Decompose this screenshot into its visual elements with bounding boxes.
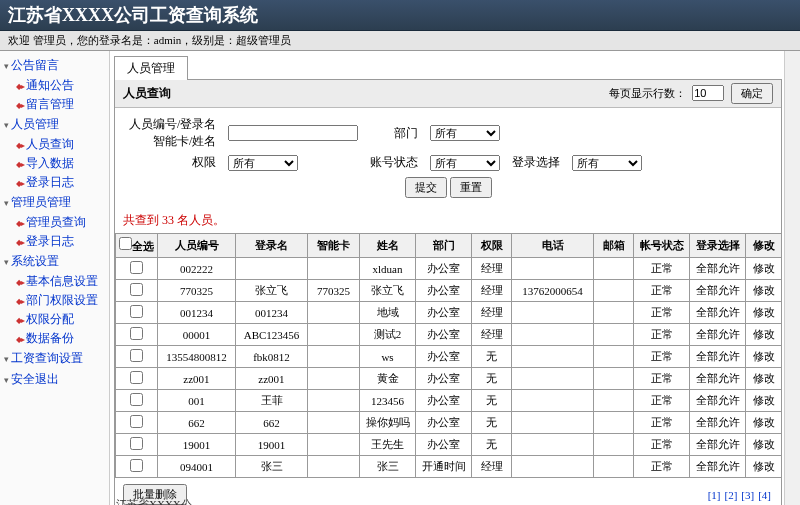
table-row: 002222xlduan办公室经理正常全部允许修改: [116, 258, 782, 280]
cell-card: [308, 346, 360, 368]
row-checkbox[interactable]: [130, 349, 143, 362]
row-checkbox[interactable]: [130, 283, 143, 296]
nav-group[interactable]: 安全退出: [2, 369, 107, 390]
nav-group[interactable]: 系统设置: [2, 251, 107, 272]
cell-perm: 经理: [472, 302, 512, 324]
nav-item[interactable]: 导入数据: [2, 154, 107, 173]
cell-edit[interactable]: 修改: [746, 302, 782, 324]
nav-group[interactable]: 公告留言: [2, 55, 107, 76]
scrollbar[interactable]: [784, 51, 800, 505]
nav-item[interactable]: 登录日志: [2, 173, 107, 192]
select-all-checkbox[interactable]: [119, 237, 132, 250]
nav-item[interactable]: 部门权限设置: [2, 291, 107, 310]
nav-group[interactable]: 人员管理: [2, 114, 107, 135]
nav-item[interactable]: 基本信息设置: [2, 272, 107, 291]
nav-item[interactable]: 人员查询: [2, 135, 107, 154]
cell-edit[interactable]: 修改: [746, 368, 782, 390]
col-edit: 修改: [746, 234, 782, 258]
row-checkbox[interactable]: [130, 437, 143, 450]
cell-loginsel: 全部允许: [690, 324, 746, 346]
row-checkbox[interactable]: [130, 393, 143, 406]
submit-button[interactable]: 提交: [405, 177, 447, 198]
cell-email: [594, 434, 634, 456]
cell-dept: 开通时间: [416, 456, 472, 478]
nav-group[interactable]: 管理员管理: [2, 192, 107, 213]
rows-per-page-label: 每页显示行数：: [609, 87, 686, 99]
cell-edit[interactable]: 修改: [746, 346, 782, 368]
table-row: 001王菲123456办公室无正常全部允许修改: [116, 390, 782, 412]
rows-per-page-input[interactable]: [692, 85, 724, 101]
loginsel-select[interactable]: 所有: [572, 155, 642, 171]
reset-button[interactable]: 重置: [450, 177, 492, 198]
cell-acct: 正常: [634, 456, 690, 478]
query-section-title: 人员查询: [123, 85, 171, 102]
cell-email: [594, 456, 634, 478]
nav-item[interactable]: 通知公告: [2, 76, 107, 95]
cell-acct: 正常: [634, 368, 690, 390]
cell-acct: 正常: [634, 434, 690, 456]
cell-name: ws: [360, 346, 416, 368]
cell-email: [594, 390, 634, 412]
rows-confirm-button[interactable]: 确定: [731, 83, 773, 104]
perm-select[interactable]: 所有: [228, 155, 298, 171]
cell-loginsel: 全部允许: [690, 456, 746, 478]
cell-perm: 无: [472, 412, 512, 434]
nav-item[interactable]: 权限分配: [2, 310, 107, 329]
cell-edit[interactable]: 修改: [746, 434, 782, 456]
cell-dept: 办公室: [416, 412, 472, 434]
cell-name: xlduan: [360, 258, 416, 280]
page-links: [1][2][3][4]: [706, 489, 773, 501]
cell-phone: [512, 324, 594, 346]
acct-select[interactable]: 所有: [430, 155, 500, 171]
table-row: 001234001234地域办公室经理正常全部允许修改: [116, 302, 782, 324]
page-link[interactable]: [3]: [741, 489, 754, 501]
data-table: 全选人员编号登录名智能卡姓名部门权限电话邮箱帐号状态登录选择修改 002222x…: [115, 233, 782, 478]
id-field-label: 人员编号/登录名 智能卡/姓名: [123, 114, 222, 152]
row-checkbox[interactable]: [130, 371, 143, 384]
row-checkbox[interactable]: [130, 261, 143, 274]
cell-edit[interactable]: 修改: [746, 390, 782, 412]
id-input[interactable]: [228, 125, 358, 141]
cell-email: [594, 346, 634, 368]
dept-select[interactable]: 所有: [430, 125, 500, 141]
cell-card: [308, 390, 360, 412]
cell-card: [308, 368, 360, 390]
page-link[interactable]: [1]: [708, 489, 721, 501]
cell-edit[interactable]: 修改: [746, 280, 782, 302]
row-checkbox[interactable]: [130, 305, 143, 318]
tab-personnel[interactable]: 人员管理: [114, 56, 188, 80]
row-checkbox[interactable]: [130, 459, 143, 472]
cell-card: [308, 434, 360, 456]
cell-login: 张三: [236, 456, 308, 478]
nav-item[interactable]: 登录日志: [2, 232, 107, 251]
table-row: 662662操你妈吗办公室无正常全部允许修改: [116, 412, 782, 434]
cell-login: 662: [236, 412, 308, 434]
cell-name: 123456: [360, 390, 416, 412]
cell-edit[interactable]: 修改: [746, 258, 782, 280]
row-checkbox[interactable]: [130, 327, 143, 340]
cell-id: zz001: [158, 368, 236, 390]
cell-acct: 正常: [634, 280, 690, 302]
nav-item[interactable]: 管理员查询: [2, 213, 107, 232]
cell-edit[interactable]: 修改: [746, 456, 782, 478]
cell-sel: [116, 346, 158, 368]
cell-edit[interactable]: 修改: [746, 412, 782, 434]
cell-name: 张三: [360, 456, 416, 478]
cell-name: 操你妈吗: [360, 412, 416, 434]
nav-item[interactable]: 数据备份: [2, 329, 107, 348]
cell-login: zz001: [236, 368, 308, 390]
page-link[interactable]: [2]: [725, 489, 738, 501]
table-row: 770325张立飞770325张立飞办公室经理13762000654正常全部允许…: [116, 280, 782, 302]
cell-email: [594, 368, 634, 390]
nav-item[interactable]: 留言管理: [2, 95, 107, 114]
sidebar: 公告留言通知公告留言管理人员管理人员查询导入数据登录日志管理员管理管理员查询登录…: [0, 51, 110, 505]
page-link[interactable]: [4]: [758, 489, 771, 501]
cell-email: [594, 324, 634, 346]
row-checkbox[interactable]: [130, 415, 143, 428]
cell-card: [308, 324, 360, 346]
cell-login: [236, 258, 308, 280]
cell-edit[interactable]: 修改: [746, 324, 782, 346]
cell-perm: 经理: [472, 258, 512, 280]
cell-dept: 办公室: [416, 390, 472, 412]
nav-group[interactable]: 工资查询设置: [2, 348, 107, 369]
